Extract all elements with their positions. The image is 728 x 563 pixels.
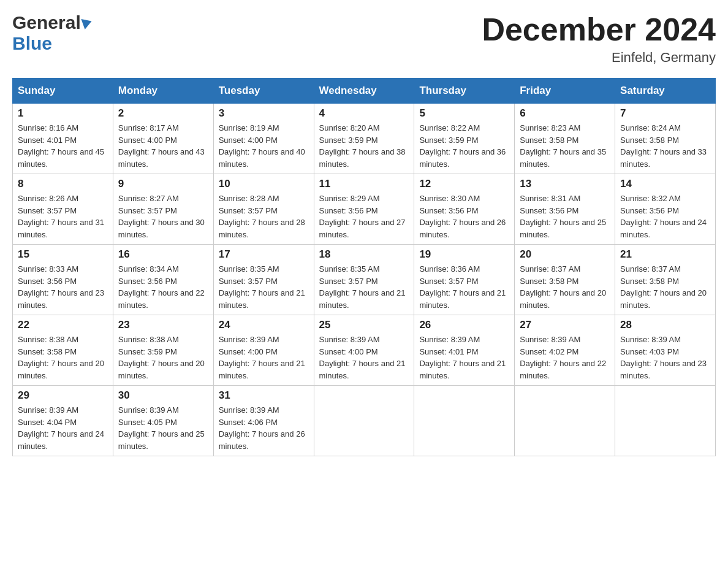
day-number: 14: [620, 178, 710, 190]
calendar-week-4: 22 Sunrise: 8:38 AMSunset: 3:58 PMDaylig…: [13, 315, 716, 386]
weekday-header-row: SundayMondayTuesdayWednesdayThursdayFrid…: [13, 79, 716, 104]
day-info: Sunrise: 8:35 AMSunset: 3:57 PMDaylight:…: [319, 263, 409, 311]
day-info: Sunrise: 8:32 AMSunset: 3:56 PMDaylight:…: [620, 193, 710, 240]
calendar-cell: 9 Sunrise: 8:27 AMSunset: 3:57 PMDayligh…: [113, 174, 213, 245]
day-number: 21: [620, 248, 710, 261]
weekday-header-thursday: Thursday: [414, 79, 515, 104]
calendar-cell: 14 Sunrise: 8:32 AMSunset: 3:56 PMDaylig…: [615, 174, 716, 245]
day-number: 15: [18, 248, 108, 261]
calendar-cell: 20 Sunrise: 8:37 AMSunset: 3:58 PMDaylig…: [515, 245, 615, 315]
day-info: Sunrise: 8:39 AMSunset: 4:00 PMDaylight:…: [219, 334, 309, 381]
calendar-cell: 4 Sunrise: 8:20 AMSunset: 3:59 PMDayligh…: [314, 104, 414, 174]
day-info: Sunrise: 8:39 AMSunset: 4:00 PMDaylight:…: [319, 334, 409, 381]
calendar-cell: [314, 386, 414, 456]
day-info: Sunrise: 8:23 AMSunset: 3:58 PMDaylight:…: [520, 122, 610, 170]
weekday-header-monday: Monday: [113, 79, 213, 104]
logo-triangle-icon: [81, 16, 93, 29]
calendar-cell: 5 Sunrise: 8:22 AMSunset: 3:59 PMDayligh…: [414, 104, 515, 174]
day-number: 27: [520, 319, 610, 331]
calendar-table: SundayMondayTuesdayWednesdayThursdayFrid…: [12, 78, 716, 456]
day-info: Sunrise: 8:35 AMSunset: 3:57 PMDaylight:…: [219, 263, 309, 311]
day-number: 4: [319, 107, 409, 120]
location-label: Einfeld, Germany: [482, 50, 716, 66]
day-info: Sunrise: 8:28 AMSunset: 3:57 PMDaylight:…: [219, 193, 309, 240]
day-info: Sunrise: 8:39 AMSunset: 4:03 PMDaylight:…: [620, 334, 710, 381]
calendar-cell: 21 Sunrise: 8:37 AMSunset: 3:58 PMDaylig…: [615, 245, 716, 315]
day-number: 9: [118, 178, 208, 190]
calendar-cell: 2 Sunrise: 8:17 AMSunset: 4:00 PMDayligh…: [113, 104, 213, 174]
calendar-week-2: 8 Sunrise: 8:26 AMSunset: 3:57 PMDayligh…: [13, 174, 716, 245]
calendar-cell: 12 Sunrise: 8:30 AMSunset: 3:56 PMDaylig…: [414, 174, 515, 245]
calendar-week-1: 1 Sunrise: 8:16 AMSunset: 4:01 PMDayligh…: [13, 104, 716, 174]
day-number: 10: [219, 178, 309, 190]
day-number: 26: [419, 319, 509, 331]
day-info: Sunrise: 8:39 AMSunset: 4:06 PMDaylight:…: [219, 404, 309, 452]
calendar-cell: 10 Sunrise: 8:28 AMSunset: 3:57 PMDaylig…: [213, 174, 314, 245]
calendar-cell: 13 Sunrise: 8:31 AMSunset: 3:56 PMDaylig…: [515, 174, 615, 245]
day-info: Sunrise: 8:37 AMSunset: 3:58 PMDaylight:…: [520, 263, 610, 311]
calendar-cell: 15 Sunrise: 8:33 AMSunset: 3:56 PMDaylig…: [13, 245, 113, 315]
calendar-week-3: 15 Sunrise: 8:33 AMSunset: 3:56 PMDaylig…: [13, 245, 716, 315]
month-title: December 2024: [482, 12, 716, 47]
day-number: 25: [319, 319, 409, 331]
weekday-header-wednesday: Wednesday: [314, 79, 414, 104]
logo-blue-text: Blue: [12, 33, 52, 53]
day-number: 22: [18, 319, 108, 331]
day-info: Sunrise: 8:37 AMSunset: 3:58 PMDaylight:…: [620, 263, 710, 311]
day-info: Sunrise: 8:33 AMSunset: 3:56 PMDaylight:…: [18, 263, 108, 311]
calendar-cell: 31 Sunrise: 8:39 AMSunset: 4:06 PMDaylig…: [213, 386, 314, 456]
calendar-cell: [515, 386, 615, 456]
calendar-cell: 6 Sunrise: 8:23 AMSunset: 3:58 PMDayligh…: [515, 104, 615, 174]
day-number: 2: [118, 107, 208, 120]
day-info: Sunrise: 8:24 AMSunset: 3:58 PMDaylight:…: [620, 122, 710, 170]
calendar-cell: [615, 386, 716, 456]
day-info: Sunrise: 8:30 AMSunset: 3:56 PMDaylight:…: [419, 193, 509, 240]
calendar-cell: 26 Sunrise: 8:39 AMSunset: 4:01 PMDaylig…: [414, 315, 515, 386]
day-info: Sunrise: 8:34 AMSunset: 3:56 PMDaylight:…: [118, 263, 208, 311]
calendar-cell: 19 Sunrise: 8:36 AMSunset: 3:57 PMDaylig…: [414, 245, 515, 315]
day-number: 1: [18, 107, 108, 120]
calendar-cell: 29 Sunrise: 8:39 AMSunset: 4:04 PMDaylig…: [13, 386, 113, 456]
calendar-cell: 18 Sunrise: 8:35 AMSunset: 3:57 PMDaylig…: [314, 245, 414, 315]
day-number: 16: [118, 248, 208, 261]
day-info: Sunrise: 8:39 AMSunset: 4:05 PMDaylight:…: [118, 404, 208, 452]
weekday-header-friday: Friday: [515, 79, 615, 104]
day-info: Sunrise: 8:22 AMSunset: 3:59 PMDaylight:…: [419, 122, 509, 170]
day-info: Sunrise: 8:39 AMSunset: 4:01 PMDaylight:…: [419, 334, 509, 381]
day-number: 13: [520, 178, 610, 190]
day-number: 11: [319, 178, 409, 190]
weekday-header-saturday: Saturday: [615, 79, 716, 104]
day-number: 5: [419, 107, 509, 120]
day-info: Sunrise: 8:36 AMSunset: 3:57 PMDaylight:…: [419, 263, 509, 311]
logo-general-text: General: [12, 12, 81, 33]
calendar-cell: 8 Sunrise: 8:26 AMSunset: 3:57 PMDayligh…: [13, 174, 113, 245]
day-number: 24: [219, 319, 309, 331]
calendar-cell: [414, 386, 515, 456]
day-number: 12: [419, 178, 509, 190]
day-info: Sunrise: 8:20 AMSunset: 3:59 PMDaylight:…: [319, 122, 409, 170]
day-number: 6: [520, 107, 610, 120]
day-info: Sunrise: 8:38 AMSunset: 3:59 PMDaylight:…: [118, 334, 208, 381]
day-number: 7: [620, 107, 710, 120]
day-number: 29: [18, 389, 108, 402]
day-number: 3: [219, 107, 309, 120]
calendar-cell: 16 Sunrise: 8:34 AMSunset: 3:56 PMDaylig…: [113, 245, 213, 315]
day-info: Sunrise: 8:39 AMSunset: 4:02 PMDaylight:…: [520, 334, 610, 381]
calendar-cell: 22 Sunrise: 8:38 AMSunset: 3:58 PMDaylig…: [13, 315, 113, 386]
day-info: Sunrise: 8:27 AMSunset: 3:57 PMDaylight:…: [118, 193, 208, 240]
day-number: 20: [520, 248, 610, 261]
calendar-cell: 28 Sunrise: 8:39 AMSunset: 4:03 PMDaylig…: [615, 315, 716, 386]
calendar-cell: 25 Sunrise: 8:39 AMSunset: 4:00 PMDaylig…: [314, 315, 414, 386]
calendar-cell: 17 Sunrise: 8:35 AMSunset: 3:57 PMDaylig…: [213, 245, 314, 315]
day-number: 17: [219, 248, 309, 261]
calendar-cell: 23 Sunrise: 8:38 AMSunset: 3:59 PMDaylig…: [113, 315, 213, 386]
calendar-cell: 24 Sunrise: 8:39 AMSunset: 4:00 PMDaylig…: [213, 315, 314, 386]
day-number: 8: [18, 178, 108, 190]
day-info: Sunrise: 8:31 AMSunset: 3:56 PMDaylight:…: [520, 193, 610, 240]
calendar-cell: 30 Sunrise: 8:39 AMSunset: 4:05 PMDaylig…: [113, 386, 213, 456]
day-number: 23: [118, 319, 208, 331]
day-info: Sunrise: 8:26 AMSunset: 3:57 PMDaylight:…: [18, 193, 108, 240]
day-number: 28: [620, 319, 710, 331]
calendar-cell: 1 Sunrise: 8:16 AMSunset: 4:01 PMDayligh…: [13, 104, 113, 174]
calendar-week-5: 29 Sunrise: 8:39 AMSunset: 4:04 PMDaylig…: [13, 386, 716, 456]
